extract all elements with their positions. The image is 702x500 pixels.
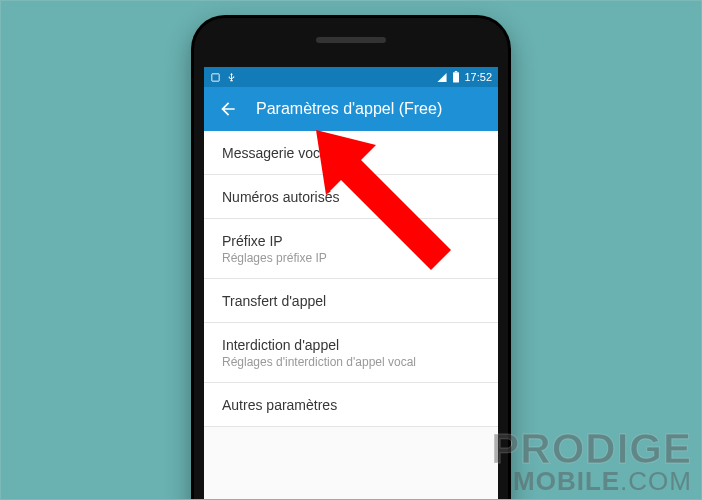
settings-list: Messagerie vocale Numéros autorisés Préf…	[204, 131, 498, 427]
row-ip-prefix[interactable]: Préfixe IP Réglages préfixe IP	[204, 219, 498, 279]
svg-rect-2	[455, 71, 457, 72]
row-title: Messagerie vocale	[222, 145, 480, 161]
row-call-barring[interactable]: Interdiction d'appel Réglages d'interdic…	[204, 323, 498, 383]
battery-icon	[452, 71, 460, 83]
app-notification-icon	[210, 72, 221, 83]
app-bar: Paramètres d'appel (Free)	[204, 87, 498, 131]
row-other-settings[interactable]: Autres paramètres	[204, 383, 498, 427]
phone-speaker	[316, 37, 386, 43]
row-title: Préfixe IP	[222, 233, 480, 249]
row-subtitle: Réglages préfixe IP	[222, 251, 480, 265]
row-title: Numéros autorisés	[222, 189, 480, 205]
phone-screen: 17:52 Paramètres d'appel (Free) Messager…	[204, 67, 498, 500]
row-call-transfer[interactable]: Transfert d'appel	[204, 279, 498, 323]
row-voicemail[interactable]: Messagerie vocale	[204, 131, 498, 175]
row-authorized-numbers[interactable]: Numéros autorisés	[204, 175, 498, 219]
usb-icon	[226, 72, 237, 83]
status-bar: 17:52	[204, 67, 498, 87]
watermark-line1: PRODIGE	[491, 429, 692, 469]
row-title: Autres paramètres	[222, 397, 480, 413]
svg-rect-1	[453, 72, 459, 82]
appbar-title: Paramètres d'appel (Free)	[256, 100, 442, 118]
signal-icon	[436, 72, 448, 83]
watermark: PRODIGE MOBILE.COM	[491, 429, 692, 494]
stage: 17:52 Paramètres d'appel (Free) Messager…	[0, 0, 702, 500]
back-arrow-icon[interactable]	[218, 99, 238, 119]
row-subtitle: Réglages d'interdiction d'appel vocal	[222, 355, 480, 369]
row-title: Transfert d'appel	[222, 293, 480, 309]
status-time: 17:52	[464, 71, 492, 83]
row-title: Interdiction d'appel	[222, 337, 480, 353]
watermark-line2: MOBILE.COM	[491, 469, 692, 494]
svg-rect-0	[212, 73, 219, 80]
phone-frame: 17:52 Paramètres d'appel (Free) Messager…	[191, 15, 511, 500]
